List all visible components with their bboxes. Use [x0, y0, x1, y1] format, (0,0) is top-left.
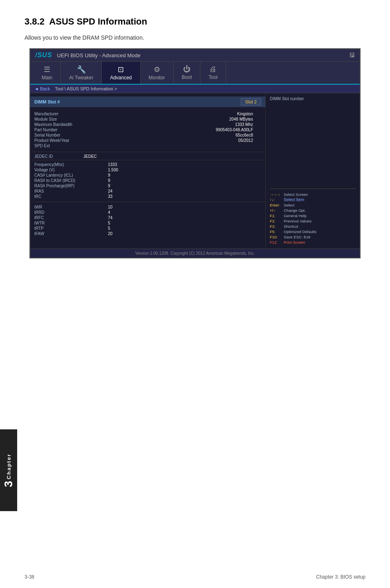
nav-label-monitor: Monitor [149, 75, 165, 81]
nav-item-tool[interactable]: 🖨 Tool [200, 62, 226, 84]
jedec-row: JEDEC ID JEDEC [30, 153, 265, 160]
key-select-item-key: ↑↓: [270, 197, 282, 202]
spd-serial-number-value: 65cc6ec8 [108, 133, 261, 137]
nav-item-main[interactable]: ☰ Main [34, 62, 61, 84]
spd-part-number-label: Part Number [34, 128, 108, 132]
chapter-number: 3 [2, 481, 15, 487]
nav-label-tool: Tool [208, 74, 217, 80]
spd-manufacturer-label: Manufacturer [34, 112, 108, 116]
dimm-header-row: DIMM Slot # Slot 2 [30, 97, 265, 107]
dimm-slot-value[interactable]: Slot 2 [241, 98, 261, 105]
bios-nav: ☰ Main 🔧 Ai Tweaker ⊡ Advanced ⚙ Monitor… [30, 62, 360, 85]
timing-trtp-label: tRTP [34, 226, 108, 231]
back-button[interactable]: ◄ Back [34, 86, 50, 91]
timing-trfc-label: tRFC [34, 215, 108, 220]
page-footer-right: Chapter 3: BIOS setup [316, 574, 365, 580]
monitor-nav-icon: ⚙ [154, 65, 160, 74]
key-change-opt-hint: Change Opt. [284, 208, 306, 213]
spd-week-year-label: Product Week/Year [34, 138, 108, 143]
nav-label-main: Main [42, 75, 52, 81]
key-hint-select-item: ↑↓: Select Item [270, 197, 356, 202]
nav-label-boot: Boot [182, 74, 192, 80]
page-content: 3.8.2 ASUS SPD Information Allows you to… [0, 0, 390, 283]
key-f10-hint: Save ESC: Exit [284, 235, 310, 239]
key-f1-key: F1: [270, 213, 282, 218]
ai-tweaker-nav-icon: 🔧 [77, 65, 86, 74]
spd-info-section: Manufacturer Kingston Module Size 2048 M… [30, 110, 265, 152]
key-f12-key: F12: [270, 240, 282, 245]
dimm-slot-number-label: DIMM Slot number [270, 97, 356, 101]
timing-trc-row: tRC 33 [34, 194, 261, 199]
key-f5-hint: Optimized Defaults [284, 229, 316, 234]
chapter-sidebar: Chapter 3 [0, 429, 17, 511]
timing-tcl-label: CAS# Lantency (tCL) [34, 173, 108, 177]
nav-item-advanced[interactable]: ⊡ Advanced [102, 62, 140, 84]
timing-trcd-value: 9 [108, 178, 132, 183]
timing-tfaw-label: tFAW [34, 231, 108, 236]
nav-item-ai-tweaker[interactable]: 🔧 Ai Tweaker [61, 62, 102, 84]
timing-tfaw-row: tFAW 20 [34, 231, 261, 236]
main-nav-icon: ☰ [44, 65, 50, 74]
timing-trcd-label: RAS# to CAS# (tRCD) [34, 178, 108, 183]
timing-trrd-value: 4 [108, 210, 132, 215]
key-f10-key: F10: [270, 235, 282, 239]
key-f5-key: F5: [270, 229, 282, 234]
timing-trp-label: RAS# Precharge(tRP) [34, 184, 108, 188]
key-f2-hint: Previous Values [284, 219, 312, 223]
timing-trfc-row: tRFC 74 [34, 215, 261, 220]
timing-twtr-row: tWTR 5 [34, 220, 261, 226]
spd-module-size-value: 2048 MBytes [108, 117, 261, 121]
spd-bandwidth-value: 1333 Mhz [108, 122, 261, 127]
nav-item-boot[interactable]: ⏻ Boot [174, 62, 201, 84]
nav-item-monitor[interactable]: ⚙ Monitor [141, 62, 174, 84]
key-hint-f3: F3: Shortcut [270, 224, 356, 229]
key-enter-hint: Select [284, 203, 294, 207]
spd-part-number-value: 9905403-048.A00LF [108, 128, 261, 132]
timing-tras-row: tRAS 24 [34, 189, 261, 194]
spd-part-number-row: Part Number 9905403-048.A00LF [34, 127, 261, 132]
timing-voltage-row: Voltage (V) 1.500 [34, 167, 261, 173]
spd-ext-value [108, 144, 261, 148]
key-hint-f2: F2: Previous Values [270, 219, 356, 223]
timing-tcl-value: 9 [108, 173, 132, 177]
spd-manufacturer-value: Kingston [108, 112, 261, 116]
bios-right-panel: DIMM Slot number →←-: Select Screen ↑↓: … [266, 93, 360, 249]
timing-trc-value: 33 [108, 194, 132, 199]
key-hint-select-screen: →←-: Select Screen [270, 192, 356, 197]
bios-body: DIMM Slot # Slot 2 Manufacturer Kingston… [30, 93, 360, 249]
bios-titlebar-text: UEFI BIOS Utility - Advanced Mode [57, 52, 349, 58]
spd-bandwidth-label: Maximum Bandwidth [34, 122, 108, 127]
spd-manufacturer-row: Manufacturer Kingston [34, 111, 261, 117]
key-hint-f10: F10: Save ESC: Exit [270, 235, 356, 239]
timing-trp-value: 9 [108, 184, 132, 188]
jedec-value: JEDEC [83, 154, 97, 159]
timing-freq-label: Frequency(Mhz) [34, 162, 108, 167]
nav-label-ai-tweaker: Ai Tweaker [69, 75, 93, 81]
spd-ext-label: SPD Ext [34, 144, 108, 148]
bios-left-panel: DIMM Slot # Slot 2 Manufacturer Kingston… [30, 93, 266, 249]
bios-logo: /SUS [35, 52, 52, 59]
key-f2-key: F2: [270, 219, 282, 223]
bios-container: /SUS UEFI BIOS Utility - Advanced Mode 🖫… [29, 48, 361, 258]
dimm-slot-label: DIMM Slot # [34, 99, 241, 104]
key-f1-hint: General Help [284, 213, 307, 218]
section-title: 3.8.2 ASUS SPD Information [25, 16, 147, 27]
bios-titlebar: /SUS UEFI BIOS Utility - Advanced Mode 🖫 [30, 49, 360, 62]
key-hint-f5: F5: Optimized Defaults [270, 229, 356, 234]
page-footer-left: 3-38 [25, 574, 34, 580]
timing-tras-label: tRAS [34, 189, 108, 193]
key-hints-section: →←-: Select Screen ↑↓: Select Item Enter… [270, 192, 356, 245]
timing-twtr-label: tWTR [34, 221, 108, 225]
timing-section-1: Frequency(Mhz) 1333 Voltage (V) 1.500 CA… [30, 160, 265, 202]
section-subtitle: Allows you to view the DRAM SPD informat… [25, 34, 365, 41]
key-select-item-hint: Select Item [284, 197, 304, 202]
spd-ext-row: SPD Ext [34, 143, 261, 148]
timing-voltage-value: 1.500 [108, 168, 132, 172]
spd-module-size-row: Module Size 2048 MBytes [34, 117, 261, 122]
key-select-screen-key: →←-: [270, 192, 282, 197]
spd-module-size-label: Module Size [34, 117, 108, 121]
monitor-icon: 🖫 [349, 52, 355, 58]
spd-week-year-row: Product Week/Year 05/2012 [34, 138, 261, 143]
key-select-screen-hint: Select Screen [284, 192, 308, 197]
key-hint-enter: Enter: Select [270, 203, 356, 207]
